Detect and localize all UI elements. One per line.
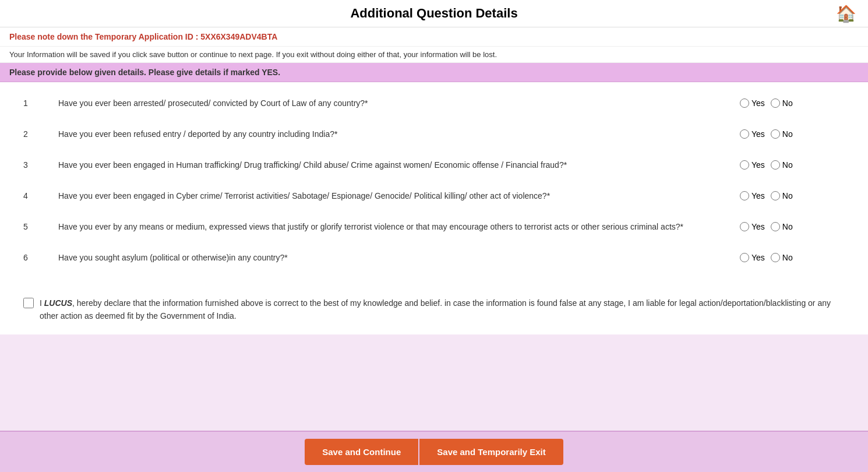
radio-yes-3[interactable]: Yes (740, 160, 765, 170)
save-continue-button[interactable]: Save and Continue (305, 439, 418, 465)
radio-input-yes-3[interactable] (740, 160, 749, 170)
notice-bar: Please provide below given details. Plea… (0, 63, 868, 82)
radio-input-yes-1[interactable] (740, 98, 749, 108)
notice-text: Please provide below given details. Plea… (9, 68, 280, 77)
question-options-1: Yes No (740, 97, 845, 108)
no-label-2: No (782, 129, 793, 139)
temp-id-bar: Please note down the Temporary Applicati… (0, 27, 868, 47)
question-options-4: Yes No (740, 190, 845, 200)
question-text-1: Have you ever been arrested/ prosecuted/… (58, 97, 740, 110)
no-label-4: No (782, 191, 793, 200)
question-number-5: 5 (23, 221, 58, 231)
question-row-6: 6 Have you sought asylum (political or o… (23, 242, 845, 273)
declaration-checkbox[interactable] (23, 298, 34, 308)
yes-label-2: Yes (751, 129, 765, 139)
question-number-3: 3 (23, 159, 58, 170)
radio-no-2[interactable]: No (771, 129, 793, 139)
temp-id-value: 5XX6X349ADV4BTA (200, 32, 277, 41)
declaration-text-after: , hereby declare that the information fu… (40, 298, 831, 320)
question-text-2: Have you ever been refused entry / depor… (58, 128, 740, 140)
question-number-1: 1 (23, 97, 58, 108)
yes-label-3: Yes (751, 160, 765, 170)
radio-no-3[interactable]: No (771, 160, 793, 170)
radio-input-no-1[interactable] (771, 98, 780, 108)
question-options-2: Yes No (740, 128, 845, 139)
question-text-4: Have you ever been engaged in Cyber crim… (58, 190, 740, 202)
save-exit-button[interactable]: Save and Temporarily Exit (419, 439, 563, 465)
question-row-2: 2 Have you ever been refused entry / dep… (23, 119, 845, 150)
radio-input-yes-6[interactable] (740, 253, 749, 262)
question-number-6: 6 (23, 252, 58, 262)
info-bar: Your Information will be saved if you cl… (0, 47, 868, 63)
radio-yes-2[interactable]: Yes (740, 129, 765, 139)
page-wrapper: Additional Question Details 🏠 Please not… (0, 0, 868, 472)
question-row-5: 5 Have you ever by any means or medium, … (23, 212, 845, 242)
temp-id-label: Please note down the Temporary Applicati… (9, 32, 198, 41)
radio-no-5[interactable]: No (771, 222, 793, 231)
radio-input-yes-4[interactable] (740, 191, 749, 200)
radio-input-no-4[interactable] (771, 191, 780, 200)
question-row-3: 3 Have you ever been engaged in Human tr… (23, 150, 845, 181)
question-row-1: 1 Have you ever been arrested/ prosecute… (23, 88, 845, 119)
radio-no-1[interactable]: No (771, 98, 793, 108)
radio-no-4[interactable]: No (771, 191, 793, 200)
question-text-3: Have you ever been engaged in Human traf… (58, 159, 740, 171)
header: Additional Question Details 🏠 (0, 0, 868, 27)
radio-input-no-6[interactable] (771, 253, 780, 262)
radio-input-no-2[interactable] (771, 129, 780, 139)
home-icon[interactable]: 🏠 (836, 4, 856, 23)
declaration-text: I LUCUS, hereby declare that the informa… (40, 297, 845, 323)
question-row-4: 4 Have you ever been engaged in Cyber cr… (23, 181, 845, 212)
page-title: Additional Question Details (350, 6, 517, 21)
no-label-3: No (782, 160, 793, 170)
declaration-user-name: LUCUS (44, 298, 72, 308)
footer: Save and Continue Save and Temporarily E… (0, 431, 868, 472)
question-options-6: Yes No (740, 252, 845, 262)
radio-yes-4[interactable]: Yes (740, 191, 765, 200)
radio-yes-6[interactable]: Yes (740, 253, 765, 262)
question-text-5: Have you ever by any means or medium, ex… (58, 221, 740, 233)
info-message: Your Information will be saved if you cl… (9, 50, 497, 59)
question-options-3: Yes No (740, 159, 845, 170)
yes-label-1: Yes (751, 98, 765, 108)
content-area: 1 Have you ever been arrested/ prosecute… (0, 82, 868, 285)
no-label-6: No (782, 253, 793, 262)
question-number-4: 4 (23, 190, 58, 200)
yes-label-4: Yes (751, 191, 765, 200)
question-number-2: 2 (23, 128, 58, 139)
declaration-section: I LUCUS, hereby declare that the informa… (0, 285, 868, 334)
radio-no-6[interactable]: No (771, 253, 793, 262)
radio-yes-5[interactable]: Yes (740, 222, 765, 231)
radio-input-yes-5[interactable] (740, 222, 749, 231)
question-options-5: Yes No (740, 221, 845, 231)
question-text-6: Have you sought asylum (political or oth… (58, 252, 740, 264)
no-label-5: No (782, 222, 793, 231)
radio-input-yes-2[interactable] (740, 129, 749, 139)
radio-input-no-5[interactable] (771, 222, 780, 231)
yes-label-6: Yes (751, 253, 765, 262)
radio-input-no-3[interactable] (771, 160, 780, 170)
radio-yes-1[interactable]: Yes (740, 98, 765, 108)
yes-label-5: Yes (751, 222, 765, 231)
no-label-1: No (782, 98, 793, 108)
declaration-text-before: I (40, 298, 44, 308)
